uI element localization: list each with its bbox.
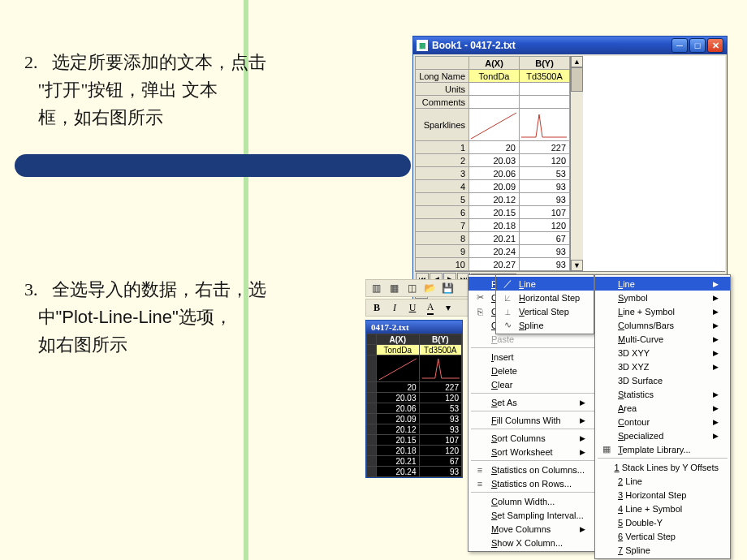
context-menu-item[interactable]: Move Columns▶ [468,522,597,536]
plot-category-menu-item[interactable]: ▦Template Library... [595,442,730,456]
cell-a[interactable]: 20 [469,141,520,154]
cell-a[interactable]: 20.03 [377,393,420,403]
context-menu-item[interactable]: Insert [468,350,597,364]
plot-category-menu-item[interactable]: 5 Double-Y [595,515,730,529]
table-row[interactable]: 20.18120 [367,446,462,456]
plot-line-submenu[interactable]: ／Line⟀Horizontal Step⟂Vertical Step∿Spli… [495,274,594,334]
plot-category-menu-item[interactable]: Line + Symbol▶ [595,304,730,318]
cell-a[interactable]: 20.24 [377,467,420,477]
mini-worksheet-grid[interactable]: A(X) B(Y) TondDa Td3500A 2022720.0312020… [366,334,462,477]
cell-a[interactable]: 20.15 [377,435,420,446]
plot-category-menu-item[interactable]: Line▶ [595,277,730,291]
context-menu-item[interactable]: Sort Worksheet▶ [468,445,597,459]
cell-b[interactable]: 227 [419,382,462,393]
cell-a[interactable]: 20.18 [469,219,520,232]
save-icon[interactable]: 💾 [439,281,456,295]
table-row[interactable]: 420.0993 [416,180,570,193]
worksheet-grid[interactable]: A(X) B(Y) Long Name TondDa Td3500A Units… [415,56,570,271]
context-menu-item[interactable]: Show X Column... [468,536,597,549]
scroll-down-button[interactable]: ▼ [571,260,583,271]
cell-a[interactable]: 20.21 [469,232,520,245]
mini-longname-a[interactable]: TondDa [377,345,420,355]
cell-b[interactable]: 120 [520,219,570,232]
row-index[interactable]: 2 [416,154,469,167]
cell-b[interactable]: 67 [520,232,570,245]
cell-b[interactable]: 120 [520,154,570,167]
units-b[interactable] [520,83,570,96]
cell-a[interactable]: 20.15 [469,206,520,219]
plot-category-menu-item[interactable]: 3D XYZ▶ [595,360,730,373]
plot-category-menu-item[interactable]: 6 Vertical Step [595,529,730,543]
cell-b[interactable]: 227 [520,141,570,154]
cell-b[interactable]: 120 [419,393,462,403]
plot-category-menu-item[interactable]: 3 Horizontal Step [595,488,730,502]
cell-a[interactable]: 20.12 [469,193,520,206]
cell-b[interactable]: 93 [520,180,570,193]
table-row[interactable]: 20.2167 [367,456,462,467]
context-menu-item[interactable]: Set As▶ [468,395,597,409]
plot-category-menu-item[interactable]: 2 Line [595,474,730,488]
cell-b[interactable]: 93 [520,245,570,258]
cell-b[interactable]: 107 [419,435,462,446]
table-row[interactable]: 820.2167 [416,232,570,245]
cell-a[interactable]: 20.06 [469,167,520,180]
window-titlebar[interactable]: ▦ Book1 - 0417-2.txt ─ □ ✕ [413,37,727,54]
row-index[interactable]: 1 [416,141,469,154]
cell-a[interactable]: 20 [377,382,420,393]
plot-line-menu-item[interactable]: ⟀Horizontal Step [496,291,594,304]
row-label-longname[interactable]: Long Name [416,70,469,83]
plot-category-menu-item[interactable]: Statistics▶ [595,387,730,401]
table-row[interactable]: 20.1293 [367,424,462,435]
plot-line-menu-item[interactable]: ⟂Vertical Step [496,304,594,318]
plot-category-menu-item[interactable]: 4 Line + Symbol [595,502,730,515]
comments-a[interactable] [469,96,520,109]
cell-a[interactable]: 20.03 [469,154,520,167]
plot-line-menu-item[interactable]: ∿Spline [496,318,594,332]
context-menu-item[interactable]: ≡Statistics on Columns... [468,463,597,476]
table-row[interactable]: 120227 [416,141,570,154]
cell-b[interactable]: 93 [419,414,462,424]
cell-a[interactable]: 20.21 [377,456,420,467]
vertical-scrollbar[interactable]: ▲ ▼ [570,56,583,271]
row-index[interactable]: 4 [416,180,469,193]
cell-b[interactable]: 107 [520,206,570,219]
cell-b[interactable]: 93 [520,193,570,206]
mini-col-b[interactable]: B(Y) [419,334,462,345]
new-graph-icon[interactable]: ◫ [404,281,420,295]
table-row[interactable]: 320.0653 [416,167,570,180]
row-label-units[interactable]: Units [416,83,469,96]
corner-cell[interactable] [416,57,469,70]
new-project-icon[interactable]: ▥ [368,281,384,295]
table-row[interactable]: 20.0993 [367,414,462,424]
scroll-thumb[interactable] [571,67,583,92]
row-label-sparklines[interactable]: Sparklines [416,109,469,141]
context-menu-item[interactable]: Column Width... [468,494,597,508]
table-row[interactable]: 20.15107 [367,435,462,446]
cell-a[interactable]: 20.12 [377,424,420,435]
context-menu-item[interactable]: Sort Columns▶ [468,431,597,445]
underline-button[interactable]: U [405,300,420,315]
row-index[interactable]: 3 [416,167,469,180]
dropdown-icon[interactable]: ▾ [441,300,456,315]
row-index[interactable]: 7 [416,219,469,232]
plot-category-menu-item[interactable]: Multi-Curve▶ [595,332,730,346]
cell-b[interactable]: 53 [419,403,462,414]
table-row[interactable]: 220.03120 [416,154,570,167]
table-row[interactable]: 1020.2793 [416,258,570,271]
open-folder-icon[interactable]: 📂 [421,281,438,295]
row-index[interactable]: 6 [416,206,469,219]
mini-longname-b[interactable]: Td3500A [419,345,462,355]
mini-col-a[interactable]: A(X) [377,334,420,345]
table-row[interactable]: 620.15107 [416,206,570,219]
scroll-up-button[interactable]: ▲ [571,56,583,67]
cell-b[interactable]: 93 [419,467,462,477]
cell-b[interactable]: 120 [419,446,462,456]
table-row[interactable]: 720.18120 [416,219,570,232]
row-index[interactable]: 5 [416,193,469,206]
plot-category-menu[interactable]: Line▶Symbol▶Line + Symbol▶Columns/Bars▶M… [594,274,731,559]
table-row[interactable]: 920.2493 [416,245,570,258]
plot-category-menu-item[interactable]: Area▶ [595,401,730,415]
close-button[interactable]: ✕ [707,38,723,53]
table-row[interactable]: 20.2493 [367,467,462,477]
cell-a[interactable]: 20.09 [469,180,520,193]
